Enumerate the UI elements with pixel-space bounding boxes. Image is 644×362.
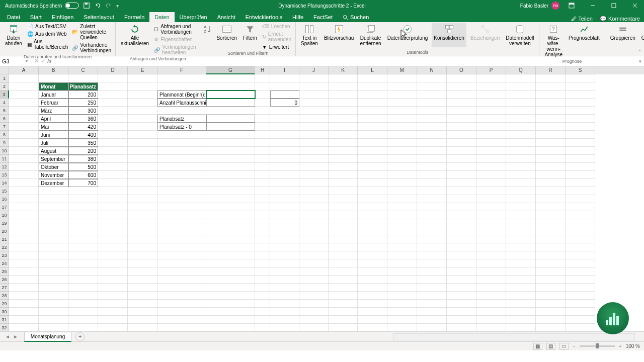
cell[interactable]: [506, 82, 536, 90]
cell[interactable]: [536, 235, 566, 243]
cell[interactable]: [329, 267, 358, 276]
cell[interactable]: [358, 131, 387, 139]
cell[interactable]: [417, 155, 447, 163]
cell[interactable]: [506, 139, 536, 147]
cell[interactable]: [358, 147, 387, 155]
cell[interactable]: [476, 107, 506, 115]
sheet-next-icon[interactable]: ►: [13, 334, 18, 339]
cell[interactable]: [566, 251, 595, 259]
from-web[interactable]: 🌐 Aus dem Web: [26, 31, 69, 37]
cell[interactable]: [9, 203, 39, 211]
row-header[interactable]: 28: [0, 292, 9, 300]
cell[interactable]: [358, 276, 387, 284]
row-header[interactable]: 5: [0, 107, 9, 115]
cell[interactable]: [98, 107, 128, 115]
cell[interactable]: [128, 115, 157, 123]
cell[interactable]: [98, 195, 128, 203]
cell[interactable]: [270, 267, 299, 276]
cell[interactable]: [270, 131, 299, 139]
cell[interactable]: [329, 235, 358, 243]
cell[interactable]: [329, 219, 358, 227]
cell[interactable]: [566, 259, 595, 267]
autosave-toggle[interactable]: Automatisches Speichern: [5, 3, 79, 9]
cell[interactable]: [206, 308, 255, 316]
cell[interactable]: [206, 82, 255, 90]
cell[interactable]: [476, 115, 506, 123]
cell[interactable]: [255, 99, 270, 107]
cell[interactable]: [476, 179, 506, 187]
cell[interactable]: [270, 251, 299, 259]
cell[interactable]: [566, 163, 595, 171]
cell[interactable]: [566, 123, 595, 131]
cell[interactable]: [9, 171, 39, 179]
cell[interactable]: [476, 147, 506, 155]
cell[interactable]: [329, 107, 358, 115]
cell[interactable]: [157, 163, 206, 171]
cell[interactable]: [417, 243, 447, 251]
cell[interactable]: [506, 219, 536, 227]
cell[interactable]: [387, 123, 417, 131]
row-header[interactable]: 25: [0, 267, 9, 276]
cell[interactable]: [270, 203, 299, 211]
cell[interactable]: [417, 203, 447, 211]
cell[interactable]: [157, 82, 206, 90]
cell[interactable]: [299, 123, 329, 131]
cell[interactable]: [128, 324, 157, 331]
add-sheet-button[interactable]: +: [75, 332, 85, 341]
cell[interactable]: [206, 267, 255, 276]
cell[interactable]: [387, 74, 417, 82]
cell[interactable]: [329, 203, 358, 211]
cell[interactable]: [329, 82, 358, 90]
cell[interactable]: [255, 123, 270, 131]
cell[interactable]: [157, 292, 206, 300]
cell[interactable]: [358, 316, 387, 324]
cell[interactable]: [255, 115, 270, 123]
cell[interactable]: [566, 219, 595, 227]
cell[interactable]: [157, 300, 206, 308]
cell[interactable]: [447, 155, 476, 163]
column-header[interactable]: R: [536, 66, 566, 74]
collapse-ribbon-icon[interactable]: ˄: [638, 49, 641, 55]
cell[interactable]: [270, 82, 299, 90]
cell[interactable]: [476, 324, 506, 331]
cell[interactable]: [476, 195, 506, 203]
cell[interactable]: [536, 139, 566, 147]
cell[interactable]: [9, 308, 39, 316]
cell[interactable]: [476, 300, 506, 308]
cell[interactable]: September: [39, 155, 68, 163]
ungroup-button[interactable]: Gruppierung aufheben: [639, 23, 644, 47]
cell[interactable]: [270, 284, 299, 292]
share-button[interactable]: 🖉 Teilen: [571, 16, 593, 22]
cell[interactable]: [387, 267, 417, 276]
cell[interactable]: [206, 74, 255, 82]
cell[interactable]: [128, 187, 157, 195]
cell[interactable]: [329, 115, 358, 123]
cell[interactable]: [255, 195, 270, 203]
cell[interactable]: [299, 308, 329, 316]
cell[interactable]: [68, 74, 98, 82]
cell[interactable]: [39, 251, 68, 259]
cell[interactable]: [566, 243, 595, 251]
row-header[interactable]: 19: [0, 219, 9, 227]
cell[interactable]: Juni: [39, 131, 68, 139]
cell[interactable]: [476, 243, 506, 251]
row-header[interactable]: 29: [0, 300, 9, 308]
cell[interactable]: [506, 74, 536, 82]
cell[interactable]: [68, 308, 98, 316]
cell[interactable]: [536, 163, 566, 171]
cell[interactable]: [417, 147, 447, 155]
cell[interactable]: [358, 155, 387, 163]
refresh-all-button[interactable]: Alle aktualisieren: [119, 23, 151, 56]
cell[interactable]: [255, 251, 270, 259]
cell[interactable]: [206, 243, 255, 251]
remove-duplicates[interactable]: Duplikate entfernen: [358, 23, 383, 47]
cell[interactable]: [255, 308, 270, 316]
cell[interactable]: [270, 90, 299, 99]
cell[interactable]: [387, 243, 417, 251]
text-to-columns[interactable]: Text in Spalten: [299, 23, 320, 47]
cell[interactable]: [387, 276, 417, 284]
cell[interactable]: [417, 115, 447, 123]
cell[interactable]: [299, 284, 329, 292]
cell[interactable]: [157, 276, 206, 284]
cell[interactable]: [270, 139, 299, 147]
